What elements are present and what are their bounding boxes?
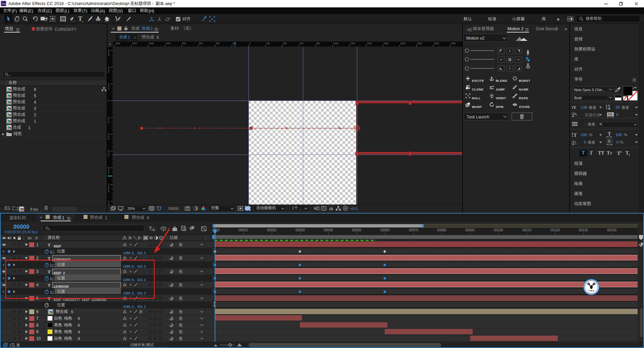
svg-text:A: A — [608, 106, 610, 110]
svg-text:800: 800 — [182, 42, 186, 45]
svg-text:1000: 1000 — [333, 42, 338, 45]
svg-text:600: 600 — [300, 42, 304, 45]
svg-text:1400: 1400 — [132, 42, 137, 45]
svg-text:1400: 1400 — [367, 42, 372, 45]
svg-text:00100: 00100 — [494, 228, 503, 232]
svg-text:2: 2 — [108, 83, 109, 85]
svg-text:0: 0 — [108, 100, 109, 102]
svg-text:6: 6 — [108, 150, 109, 152]
svg-text:00130: 00130 — [579, 228, 588, 232]
svg-text:0: 0 — [108, 54, 109, 56]
svg-text:200: 200 — [232, 42, 236, 45]
svg-text:1200: 1200 — [350, 42, 355, 45]
svg-text:0: 0 — [108, 169, 109, 171]
svg-text:0: 0 — [108, 190, 109, 193]
svg-text:00110: 00110 — [522, 228, 532, 232]
svg-text:00090: 00090 — [465, 228, 475, 232]
svg-text:200: 200 — [266, 42, 270, 45]
svg-text:T: T — [573, 105, 576, 109]
svg-text:0: 0 — [108, 152, 109, 155]
svg-text:0: 0 — [108, 88, 109, 90]
svg-text:0: 0 — [108, 171, 109, 174]
svg-text:00120: 00120 — [550, 228, 560, 232]
svg-text:A: A — [574, 112, 577, 116]
svg-text:00030: 00030 — [296, 228, 305, 232]
svg-text:0: 0 — [108, 71, 109, 73]
svg-text:1200: 1200 — [149, 42, 154, 45]
svg-text:0: 0 — [108, 138, 109, 140]
svg-text:0: 0 — [108, 188, 109, 190]
svg-text:T: T — [78, 15, 82, 22]
svg-text:00080: 00080 — [437, 228, 446, 232]
svg-text:0: 0 — [108, 186, 109, 188]
svg-text:00070: 00070 — [409, 228, 418, 232]
svg-text:00020: 00020 — [267, 228, 276, 232]
svg-text:0: 0 — [108, 68, 109, 71]
svg-text:1000: 1000 — [165, 42, 171, 45]
svg-text:6: 6 — [108, 49, 109, 52]
svg-text:0: 0 — [249, 42, 251, 45]
svg-text:2400: 2400 — [450, 42, 456, 45]
svg-text:1800: 1800 — [400, 42, 406, 45]
svg-text:00010: 00010 — [238, 228, 248, 232]
svg-text:00060: 00060 — [380, 228, 390, 232]
svg-text:8: 8 — [108, 167, 109, 169]
svg-text:2200: 2200 — [434, 42, 439, 45]
svg-text:2: 2 — [108, 116, 109, 119]
svg-text:00050: 00050 — [352, 228, 361, 232]
svg-text:400: 400 — [283, 42, 287, 45]
svg-text:00140: 00140 — [607, 228, 616, 232]
svg-text:0: 0 — [108, 52, 109, 54]
svg-text:1: 1 — [108, 200, 109, 202]
svg-text:T: T — [608, 131, 611, 136]
svg-text:0: 0 — [108, 85, 109, 88]
svg-text:2000: 2000 — [417, 42, 422, 45]
svg-text:0: 0 — [108, 121, 109, 123]
svg-text:0: 0 — [108, 135, 109, 138]
svg-text:1: 1 — [108, 183, 109, 186]
svg-text:1600: 1600 — [383, 42, 389, 45]
svg-text:VA: VA — [608, 112, 612, 116]
svg-text:400: 400 — [216, 42, 220, 45]
svg-text:0: 0 — [108, 155, 109, 157]
svg-text:A: A — [572, 139, 575, 144]
svg-text:Ae: Ae — [2, 2, 6, 5]
svg-text:T: T — [574, 133, 577, 137]
svg-text:00040: 00040 — [324, 228, 333, 232]
svg-text:800: 800 — [316, 42, 320, 45]
svg-text:4: 4 — [108, 66, 109, 68]
svg-text:4: 4 — [108, 133, 109, 135]
svg-text:0: 0 — [108, 119, 109, 121]
svg-text:600: 600 — [199, 42, 203, 45]
svg-text:1600: 1600 — [115, 42, 120, 45]
svg-text:a: a — [575, 140, 576, 143]
